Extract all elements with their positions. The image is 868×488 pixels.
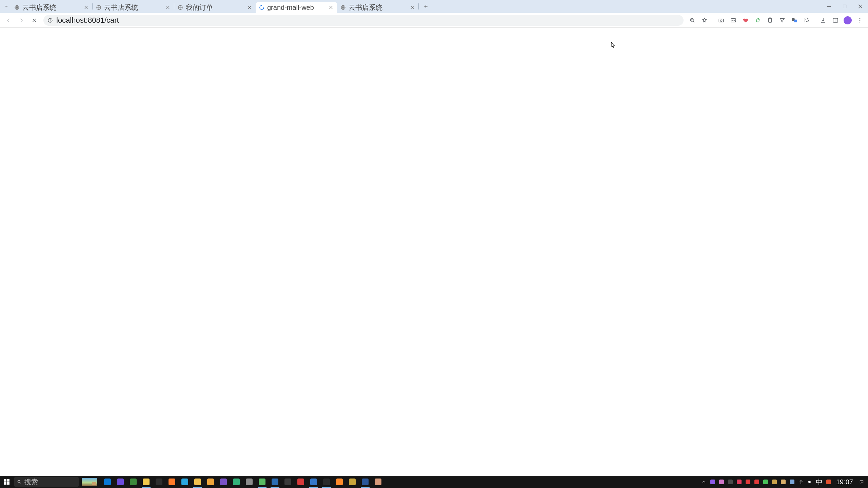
taskbar-apps (101, 476, 384, 488)
bookmark-star-icon[interactable] (699, 15, 710, 26)
tray-icon-t9[interactable] (779, 478, 787, 486)
tray-volume-icon[interactable] (806, 478, 814, 486)
taskbar-app-wechat[interactable] (256, 476, 269, 488)
toolbar-separator (815, 17, 815, 24)
svg-point-6 (50, 19, 51, 20)
globe-icon (96, 5, 101, 10)
taskbar-app-store[interactable] (101, 476, 114, 488)
browser-tab[interactable]: 云书店系统 (337, 2, 418, 13)
taskbar-app-avatar[interactable] (372, 476, 384, 488)
svg-rect-10 (731, 18, 736, 22)
profile-avatar[interactable] (842, 15, 853, 26)
forward-button[interactable] (16, 15, 27, 26)
maximize-button[interactable] (837, 0, 852, 13)
tray-icon-t2[interactable] (717, 478, 726, 486)
start-button[interactable] (0, 476, 14, 488)
translate-icon[interactable] (789, 15, 800, 26)
ime-indicator[interactable]: 中 (814, 477, 824, 487)
extension-picture-icon[interactable] (728, 15, 739, 26)
action-center-icon[interactable] (856, 476, 867, 488)
svg-point-9 (720, 20, 722, 21)
taskbar-search[interactable]: 搜索 (14, 477, 79, 487)
taskbar-app-everything[interactable] (333, 476, 346, 488)
close-icon[interactable] (83, 5, 89, 10)
minimize-button[interactable] (821, 0, 837, 13)
taskbar-app-camera[interactable] (281, 476, 294, 488)
browser-tab[interactable]: 云书店系统 (93, 2, 174, 13)
taskbar-app-explorer[interactable] (191, 476, 204, 488)
taskbar-app-dev[interactable] (307, 476, 320, 488)
tab-search-dropdown[interactable] (2, 0, 11, 13)
address-bar[interactable]: localhost:8081/cart (43, 15, 684, 26)
tray-icon-t10[interactable] (788, 478, 796, 486)
close-icon[interactable] (410, 5, 415, 10)
extension-camera-icon[interactable] (716, 15, 727, 26)
taskbar-app-app2[interactable] (243, 476, 256, 488)
tray-icon-t7[interactable] (762, 478, 770, 486)
svg-rect-15 (833, 18, 838, 22)
extensions-puzzle-icon[interactable] (801, 15, 812, 26)
chrome-menu-icon[interactable] (854, 15, 865, 26)
tab-title: 云书店系统 (22, 3, 83, 12)
taskbar-app-code[interactable] (178, 476, 191, 488)
taskbar-app-word[interactable] (359, 476, 372, 488)
windows-taskbar: 搜索 中 19:07 (0, 476, 868, 488)
globe-icon (14, 5, 20, 10)
downloads-icon[interactable] (818, 15, 829, 26)
extension-heart-icon[interactable] (740, 15, 751, 26)
taskbar-app-mail[interactable] (114, 476, 127, 488)
browser-toolbar: localhost:8081/cart (0, 13, 868, 28)
svg-point-24 (801, 483, 801, 484)
taskbar-weather[interactable] (80, 477, 99, 487)
svg-rect-22 (7, 482, 9, 485)
tray-network-icon[interactable] (797, 478, 805, 486)
tray-icon-t6[interactable] (753, 478, 761, 486)
taskbar-app-firefox[interactable] (165, 476, 178, 488)
tray-icon-t5[interactable] (744, 478, 752, 486)
globe-icon (340, 5, 346, 10)
tray-icon-t3[interactable] (726, 478, 734, 486)
back-button[interactable] (3, 15, 14, 26)
extension-clipboard-icon[interactable] (765, 15, 775, 26)
close-window-button[interactable] (852, 0, 868, 13)
tray-icon-t8[interactable] (770, 478, 778, 486)
taskbar-app-rec[interactable] (294, 476, 307, 488)
tray-icon-t4[interactable] (735, 478, 743, 486)
browser-tab[interactable]: 我的订单 (174, 2, 256, 13)
globe-icon (178, 5, 183, 10)
new-tab-button[interactable] (421, 1, 431, 12)
close-icon[interactable] (247, 5, 252, 10)
tray-app-icon[interactable] (825, 478, 833, 486)
tab-separator (418, 3, 419, 9)
toolbar-separator (713, 17, 713, 24)
taskbar-app-notes[interactable] (346, 476, 359, 488)
taskbar-app-todo[interactable] (269, 476, 281, 488)
taskbar-app-term[interactable] (320, 476, 333, 488)
taskbar-app-edge[interactable] (230, 476, 243, 488)
taskbar-app-folder[interactable] (204, 476, 217, 488)
zoom-icon[interactable] (687, 15, 698, 26)
tray-overflow-icon[interactable] (700, 478, 708, 486)
svg-rect-14 (794, 19, 797, 22)
svg-point-17 (860, 20, 861, 21)
close-icon[interactable] (328, 5, 334, 10)
taskbar-app-settings[interactable] (153, 476, 165, 488)
taskbar-app-chrome[interactable] (140, 476, 153, 488)
close-icon[interactable] (165, 5, 171, 10)
taskbar-clock[interactable]: 19:07 (833, 478, 856, 486)
extension-shopping-icon[interactable] (752, 15, 763, 26)
svg-rect-20 (7, 479, 9, 482)
extension-filter-icon[interactable] (777, 15, 788, 26)
side-panel-icon[interactable] (830, 15, 841, 26)
window-controls (821, 0, 868, 13)
taskbar-app-app1[interactable] (217, 476, 230, 488)
browser-tab-active[interactable]: grand-mall-web (256, 2, 337, 13)
svg-rect-21 (4, 482, 6, 485)
stop-reload-button[interactable] (28, 15, 40, 26)
taskbar-app-onenote[interactable] (127, 476, 140, 488)
site-info-icon[interactable] (47, 18, 53, 23)
tray-icon-t1[interactable] (709, 478, 717, 486)
loading-spinner-icon (259, 5, 264, 10)
browser-tab-strip: 云书店系统 云书店系统 我的订单 grand-mall-web 云书店系统 (0, 0, 868, 13)
browser-tab[interactable]: 云书店系统 (11, 2, 92, 13)
